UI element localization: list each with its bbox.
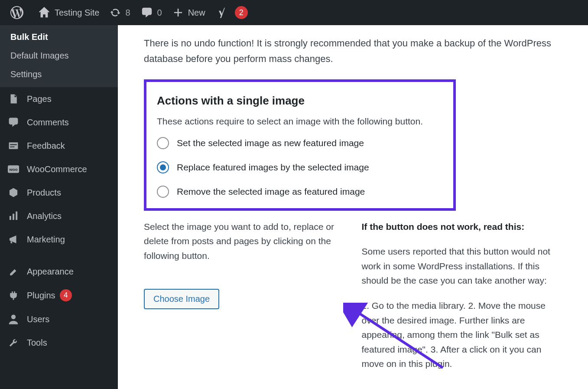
comment-icon <box>8 117 21 128</box>
menu-label: Analytics <box>27 211 62 221</box>
svg-rect-4 <box>13 214 14 220</box>
tools-icon <box>8 337 21 348</box>
choose-image-intro: Select the image you want to add to, rep… <box>144 219 344 263</box>
main-content: There is no undo function! It is strongl… <box>118 25 588 389</box>
sidebar-item-users[interactable]: Users <box>0 307 118 331</box>
menu-label: WooCommerce <box>27 164 87 174</box>
plugins-icon <box>8 290 21 301</box>
radio-replace-image[interactable]: Replace featured images by the selected … <box>157 161 443 173</box>
radio-input[interactable] <box>157 137 169 149</box>
menu-label: Pages <box>27 94 52 104</box>
menu-label: Tools <box>27 338 47 348</box>
actions-heading: Actions with a single image <box>157 94 443 108</box>
sidebar-item-analytics[interactable]: Analytics <box>0 204 118 228</box>
menu-label: Marketing <box>27 235 65 245</box>
sidebar-item-tools[interactable]: Tools <box>0 331 118 354</box>
menu-label: Products <box>27 188 61 198</box>
sidebar-item-plugins[interactable]: Plugins 4 <box>0 283 118 307</box>
right-p1: Some users reported that this button wou… <box>362 244 562 288</box>
appearance-icon <box>8 266 21 277</box>
svg-rect-3 <box>10 216 11 220</box>
site-title: Testing Site <box>55 8 99 18</box>
sidebar-item-feedback[interactable]: Feedback <box>0 134 118 157</box>
menu-label: Appearance <box>27 267 74 277</box>
radio-input[interactable] <box>157 161 169 173</box>
sidebar-item-marketing[interactable]: Marketing <box>0 228 118 251</box>
menu-label: Plugins <box>27 291 55 301</box>
yoast-icon <box>216 7 228 19</box>
new-label: New <box>188 8 205 18</box>
sidebar-item-appearance[interactable]: Appearance <box>0 260 118 283</box>
radio-label: Replace featured images by the selected … <box>177 162 369 173</box>
yoast[interactable]: 2 <box>211 0 253 25</box>
warning-text: There is no undo function! It is strongl… <box>144 36 562 67</box>
svg-rect-5 <box>16 212 17 220</box>
plus-icon <box>172 7 184 18</box>
sidebar-item-comments[interactable]: Comments <box>0 111 118 134</box>
radio-label: Remove the selected image as featured im… <box>177 186 365 197</box>
menu-label: Comments <box>27 118 69 127</box>
updates[interactable]: 8 <box>104 0 135 25</box>
site-home[interactable]: Testing Site <box>33 0 104 25</box>
yoast-badge: 2 <box>235 6 248 19</box>
radio-set-image[interactable]: Set the selected image as new featured i… <box>157 137 443 149</box>
two-column: Select the image you want to add to, rep… <box>144 219 562 382</box>
submenu: Bulk Edit Default Images Settings <box>0 25 118 87</box>
svg-text:woo: woo <box>9 167 18 172</box>
choose-image-button[interactable]: Choose Image <box>144 289 219 309</box>
submenu-bulk-edit[interactable]: Bulk Edit <box>0 28 118 46</box>
right-p2: 1. Go to the media library. 2. Move the … <box>362 298 562 371</box>
users-icon <box>8 314 21 325</box>
wordpress-icon <box>10 6 23 19</box>
svg-point-6 <box>11 315 16 319</box>
actions-intro: These actions require to select an image… <box>157 116 443 127</box>
right-heading: If the button does not work, read this: <box>362 222 525 232</box>
sidebar-item-woocommerce[interactable]: woo WooCommerce <box>0 157 118 181</box>
radio-list: Set the selected image as new featured i… <box>157 137 443 198</box>
home-icon <box>38 7 50 19</box>
sidebar-item-pages[interactable]: Pages <box>0 87 118 111</box>
marketing-icon <box>8 234 21 245</box>
admin-bar: Testing Site 8 0 New 2 <box>0 0 588 25</box>
submenu-default-images[interactable]: Default Images <box>0 46 118 65</box>
pages-icon <box>8 93 21 105</box>
woo-icon: woo <box>8 163 21 175</box>
updates-count: 8 <box>125 8 130 18</box>
feedback-icon <box>8 140 21 151</box>
admin-sidebar: Bulk Edit Default Images Settings Pages … <box>0 25 118 389</box>
analytics-icon <box>8 210 21 222</box>
comments-count: 0 <box>157 8 162 18</box>
menu-label: Users <box>27 314 49 324</box>
update-icon <box>110 7 121 18</box>
comments-notif[interactable]: 0 <box>136 0 167 25</box>
menu-label: Feedback <box>27 141 65 151</box>
sidebar-item-products[interactable]: Products <box>0 181 118 204</box>
actions-box: Actions with a single image These action… <box>144 79 456 211</box>
svg-rect-0 <box>9 142 18 149</box>
left-column: Select the image you want to add to, rep… <box>144 219 344 382</box>
radio-input[interactable] <box>157 186 169 198</box>
submenu-settings[interactable]: Settings <box>0 65 118 84</box>
plugins-badge: 4 <box>60 289 72 301</box>
right-column: If the button does not work, read this: … <box>362 219 562 382</box>
radio-remove-image[interactable]: Remove the selected image as featured im… <box>157 186 443 198</box>
new-content[interactable]: New <box>167 0 211 25</box>
radio-label: Set the selected image as new featured i… <box>177 138 364 148</box>
products-icon <box>8 187 21 198</box>
comment-bubble-icon <box>141 7 153 19</box>
wordpress-logo[interactable] <box>5 0 33 25</box>
